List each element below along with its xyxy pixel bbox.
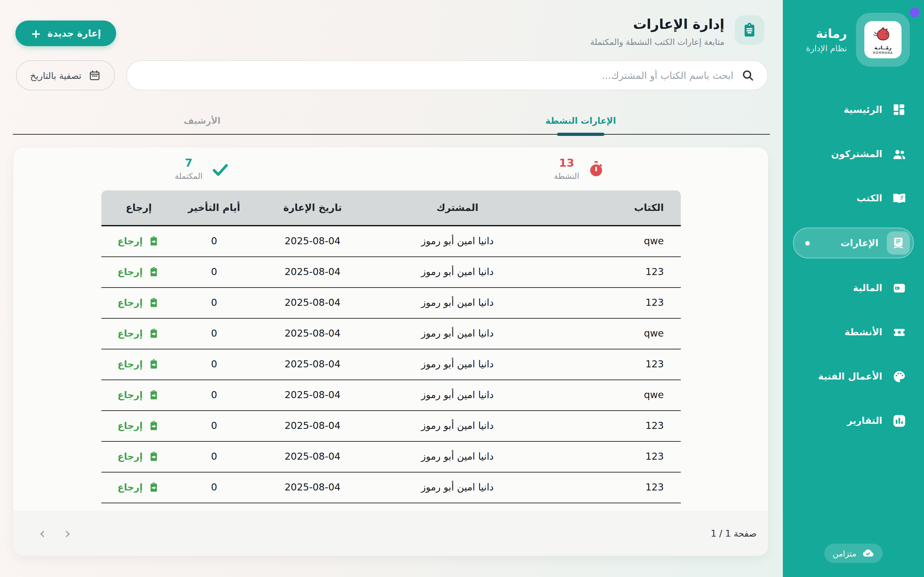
return-button[interactable]: إرجاع [118,266,160,278]
pagination-bar: صفحة 1 / 1 ‹ › [13,511,768,556]
clipboard-tile [735,15,764,45]
sidebar-item-loans[interactable]: الإعارات [793,227,914,258]
rommana-logo: رمّــانـة ROMMANA [864,21,901,58]
loan-date-cell: 2025-08-04 [252,235,373,247]
sidebar-item-home[interactable]: الرئيسية [793,95,914,124]
return-button[interactable]: إرجاع [118,451,160,463]
book-cell: 123 [541,451,680,463]
loan-date-cell: 2025-08-04 [252,482,373,493]
delay-days-cell: 0 [176,420,252,432]
brand-subtitle: نظام الإدارة [806,44,847,53]
next-page-button[interactable]: › [39,526,45,541]
date-filter-button[interactable]: تصفية بالتاريخ [16,60,115,90]
loan-date-cell: 2025-08-04 [252,266,373,278]
delay-days-cell: 0 [176,390,252,401]
book-cell: qwe [541,390,680,401]
table-row: 123دانيا امين أبو رموز2025-08-040إرجاع [101,288,680,319]
return-button[interactable]: إرجاع [118,420,160,432]
book-cell: 123 [541,359,680,370]
chevron-prev-icon: ‹ [65,524,71,542]
title-texts: إدارة الإعارات متابعة إعارات الكتب النشط… [590,15,724,47]
subscriber-cell: دانيا امين أبو رموز [373,328,541,340]
tab-archive[interactable]: الأرشيف [13,106,391,134]
title-group: إدارة الإعارات متابعة إعارات الكتب النشط… [590,15,764,47]
table-row: 123دانيا امين أبو رموز2025-08-040إرجاع [101,442,680,472]
clipboard-icon [741,22,758,39]
table-header: الكتاب المشترك تاريخ الإعارة أيام التأخي… [101,190,680,226]
table-row: 123دانيا امين أبو رموز2025-08-040إرجاع [101,411,680,442]
table-row: 123دانيا امين أبو رموز2025-08-040إرجاع [101,350,680,380]
header-delay-days: أيام التأخير [176,202,252,213]
book-cell: qwe [541,235,680,247]
book-cell: 123 [541,482,680,493]
sidebar-item-reports[interactable]: التقارير [793,406,914,435]
return-icon [148,297,160,309]
page-subtitle: متابعة إعارات الكتب النشطة والمكتملة [590,37,724,47]
brand-title: رمانة [816,26,847,42]
dev-overlay-dot[interactable] [910,8,919,17]
loan-date-cell: 2025-08-04 [252,451,373,463]
main-content: إدارة الإعارات متابعة إعارات الكتب النشط… [0,0,783,577]
book-cell: 123 [541,420,680,432]
sidebar-item-label: الأعمال الفنية [818,371,882,382]
sync-status-badge: متزامن [824,544,883,563]
completed-label: المكتملة [175,171,203,181]
book-cell: 123 [541,266,680,278]
return-button[interactable]: إرجاع [118,482,160,494]
return-icon [148,327,160,340]
tab-indicator [557,133,604,136]
return-button[interactable]: إرجاع [118,235,160,247]
return-button[interactable]: إرجاع [118,297,160,309]
header-book: الكتاب [541,202,680,213]
return-button[interactable]: إرجاع [118,389,160,401]
chevron-next-icon: › [39,524,45,542]
app-root: رمّــانـة ROMMANA رمانة نظام الإدارة الر… [0,0,924,577]
subscriber-cell: دانيا امين أبو رموز [373,390,541,401]
return-icon [148,389,160,401]
sidebar-item-label: المالية [853,283,883,293]
open-book-icon [891,190,907,206]
calendar-icon [89,69,101,81]
loan-date-cell: 2025-08-04 [252,390,373,401]
return-icon [148,420,160,432]
sidebar-item-label: التقارير [847,416,882,426]
tab-label: الإعارات النشطة [545,115,616,125]
header-loan-date: تاريخ الإعارة [252,202,373,213]
subscriber-cell: دانيا امين أبو رموز [373,359,541,370]
check-icon [210,159,229,179]
date-filter-label: تصفية بالتاريخ [30,70,81,81]
delay-days-cell: 0 [176,297,252,309]
sidebar-item-label: الأنشطة [845,327,882,337]
sidebar-item-subscribers[interactable]: المشتركون [793,139,914,169]
logo-latin-text: ROMMANA [873,51,893,54]
subscriber-cell: دانيا امين أبو رموز [373,297,541,309]
sync-status-label: متزامن [833,548,856,558]
prev-page-button[interactable]: ‹ [65,526,71,541]
delay-days-cell: 0 [176,328,252,340]
tab-label: الأرشيف [184,115,221,125]
wallet-icon [891,279,907,296]
subscriber-cell: دانيا امين أبو رموز [373,266,541,278]
completed-loans-stat: 7 المكتملة [13,157,391,181]
return-button[interactable]: إرجاع [118,327,160,340]
search-input[interactable] [140,69,733,81]
sidebar-item-finance[interactable]: المالية [793,273,914,303]
table-row: qweدانيا امين أبو رموز2025-08-040إرجاع [101,380,680,411]
new-loan-button[interactable]: إعارة جديدة + [15,21,116,46]
search-row: تصفية بالتاريخ [0,47,783,90]
loan-date-cell: 2025-08-04 [252,297,373,309]
stat-text: 7 المكتملة [175,157,203,181]
new-loan-label: إعارة جديدة [47,28,101,39]
sidebar-item-activities[interactable]: الأنشطة [793,318,914,347]
active-count: 13 [559,157,574,169]
return-icon [148,235,160,247]
search-box[interactable] [126,60,768,90]
logo-arabic-text: رمّــانـة [874,45,892,50]
return-button[interactable]: إرجاع [118,358,160,371]
table-row: 123دانيا امين أبو رموز2025-08-040إرجاع [101,472,680,503]
return-icon [148,358,160,371]
sidebar-item-artworks[interactable]: الأعمال الفنية [793,362,914,391]
ticket-star-icon [891,324,907,340]
sidebar-item-books[interactable]: الكتب [793,183,914,213]
tab-active-loans[interactable]: الإعارات النشطة [391,106,770,134]
